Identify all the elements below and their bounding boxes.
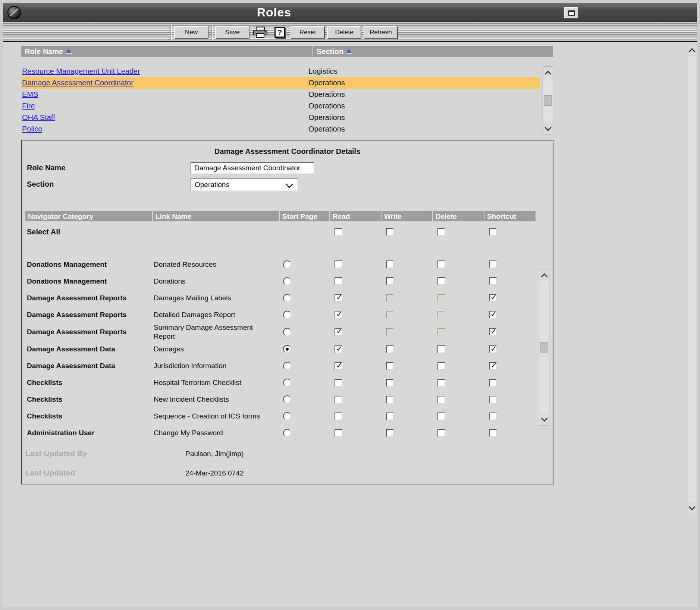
start-page-radio[interactable]	[283, 395, 291, 404]
role-link[interactable]: Police	[21, 125, 42, 133]
delete-checkbox[interactable]	[437, 277, 445, 285]
scrollbar-track[interactable]	[687, 56, 697, 502]
write-checkbox[interactable]	[386, 260, 394, 268]
role-name-column-header[interactable]: Role Name	[21, 46, 313, 57]
start-page-radio[interactable]	[283, 294, 291, 302]
table-row[interactable]: Resource Management Unit Leader Logistic…	[21, 66, 540, 77]
restore-window-button[interactable]	[564, 7, 578, 19]
sort-ascending-icon[interactable]	[346, 49, 352, 53]
scrollbar-thumb[interactable]	[540, 342, 548, 353]
new-button[interactable]: New	[174, 26, 208, 39]
print-button[interactable]	[252, 25, 269, 39]
write-checkbox[interactable]	[386, 379, 394, 387]
write-checkbox[interactable]	[386, 345, 394, 353]
window-scrollbar[interactable]	[687, 44, 697, 514]
delete-checkbox[interactable]	[437, 260, 445, 268]
table-row[interactable]: EMS Operations	[21, 89, 540, 100]
shortcut-checkbox[interactable]	[489, 328, 497, 336]
shortcut-checkbox[interactable]	[489, 396, 497, 404]
start-page-radio[interactable]	[283, 362, 291, 370]
reset-button[interactable]: Reset	[291, 26, 325, 39]
start-page-radio[interactable]	[283, 345, 291, 353]
shortcut-checkbox[interactable]	[489, 429, 497, 437]
scroll-up-button[interactable]	[543, 67, 553, 79]
role-link[interactable]: Resource Management Unit Leader	[21, 67, 140, 75]
scrollbar-track[interactable]	[543, 79, 553, 123]
start-page-radio[interactable]	[283, 379, 291, 387]
read-checkbox[interactable]	[335, 260, 342, 268]
section-dropdown[interactable]: Operations	[191, 178, 298, 191]
delete-checkbox[interactable]	[437, 379, 445, 387]
read-checkbox[interactable]	[335, 379, 342, 387]
read-checkbox[interactable]	[335, 311, 342, 319]
select-all-delete-checkbox[interactable]	[437, 228, 445, 236]
read-checkbox[interactable]	[335, 294, 342, 302]
navigator-category-label: Checklists	[25, 412, 152, 420]
table-row[interactable]: Damage Assessment Coordinator Operations	[21, 77, 540, 89]
start-page-radio[interactable]	[283, 429, 291, 437]
refresh-button[interactable]: Refresh	[364, 26, 398, 39]
delete-checkbox[interactable]	[437, 429, 445, 437]
role-link[interactable]: EMS	[21, 90, 38, 98]
write-checkbox[interactable]	[386, 429, 394, 437]
write-checkbox[interactable]	[386, 413, 394, 420]
role-link[interactable]: Damage Assessment Coordinator	[21, 79, 134, 87]
read-checkbox[interactable]	[335, 396, 342, 404]
read-checkbox[interactable]	[335, 429, 342, 437]
table-row[interactable]: OHA Staff Operations	[21, 112, 540, 123]
scrollbar-thumb[interactable]	[544, 95, 552, 106]
start-page-radio[interactable]	[283, 328, 291, 336]
help-button[interactable]: ?	[271, 25, 288, 39]
read-checkbox[interactable]	[335, 277, 342, 285]
shortcut-checkbox[interactable]	[489, 260, 497, 268]
shortcut-checkbox[interactable]	[489, 294, 497, 302]
delete-checkbox[interactable]	[437, 345, 445, 353]
select-all-read-checkbox[interactable]	[335, 228, 342, 236]
shortcut-checkbox[interactable]	[489, 345, 497, 353]
section-column-header[interactable]: Section	[313, 46, 553, 57]
select-all-write-checkbox[interactable]	[386, 228, 394, 236]
write-checkbox[interactable]	[386, 277, 394, 285]
read-checkbox[interactable]	[335, 345, 342, 353]
write-checkbox[interactable]	[386, 396, 394, 404]
permissions-scrollbar[interactable]	[539, 269, 549, 426]
scroll-down-button[interactable]	[543, 123, 553, 135]
shortcut-checkbox[interactable]	[489, 362, 497, 370]
select-all-shortcut-checkbox[interactable]	[489, 228, 497, 236]
shortcut-checkbox[interactable]	[489, 379, 497, 387]
read-checkbox[interactable]	[335, 362, 342, 370]
table-row[interactable]: Fire Operations	[21, 100, 540, 112]
table-row[interactable]: Police Operations	[21, 123, 540, 135]
shortcut-checkbox[interactable]	[489, 311, 497, 319]
start-page-radio[interactable]	[283, 277, 291, 285]
scroll-down-button[interactable]	[539, 413, 549, 425]
link-name-label: Damages Mailing Labels	[153, 294, 276, 303]
delete-checkbox[interactable]	[437, 362, 445, 370]
scroll-up-button[interactable]	[539, 269, 549, 281]
navigator-category-label: Damage Assessment Reports	[25, 311, 152, 319]
role-name-input[interactable]	[191, 162, 314, 174]
scrollbar-track[interactable]	[539, 281, 549, 413]
read-checkbox[interactable]	[335, 413, 342, 420]
delete-checkbox[interactable]	[437, 413, 445, 420]
sort-ascending-icon[interactable]	[66, 49, 72, 53]
roles-table-header: Role Name Section	[21, 46, 553, 57]
scroll-down-button[interactable]	[687, 502, 697, 514]
role-link[interactable]: OHA Staff	[21, 113, 55, 121]
role-link[interactable]: Fire	[21, 102, 35, 110]
start-page-radio[interactable]	[283, 260, 291, 269]
navigator-category-label: Donations Management	[25, 277, 152, 285]
shortcut-checkbox[interactable]	[489, 277, 497, 285]
read-cell	[330, 362, 381, 370]
shortcut-checkbox[interactable]	[489, 413, 497, 420]
save-button[interactable]: Save	[215, 26, 249, 39]
start-page-radio[interactable]	[283, 311, 291, 319]
delete-checkbox	[437, 294, 445, 302]
scroll-up-button[interactable]	[687, 44, 697, 56]
start-page-radio[interactable]	[283, 412, 291, 420]
read-checkbox[interactable]	[335, 328, 342, 336]
delete-checkbox[interactable]	[437, 396, 445, 404]
delete-button[interactable]: Delete	[327, 26, 361, 39]
roles-list-scrollbar[interactable]	[543, 66, 553, 135]
write-checkbox[interactable]	[386, 362, 394, 370]
